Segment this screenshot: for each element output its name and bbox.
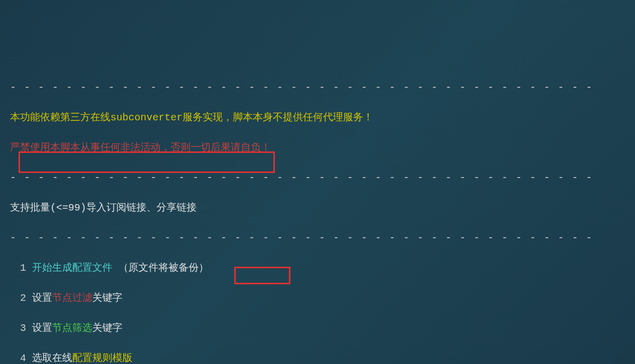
- menu-item-1[interactable]: 1 开始生成配置文件 （原文件将被备份）: [10, 261, 625, 276]
- support-text: 支持批量(<=99)导入订阅链接、分享链接: [10, 201, 625, 216]
- menu-label: 开始生成配置文件: [32, 262, 112, 274]
- menu-label-b: 节点筛选: [52, 322, 92, 334]
- menu-label-b: 节点过滤: [52, 292, 92, 304]
- menu-item-2[interactable]: 2 设置节点过滤关键字: [10, 291, 625, 306]
- menu-label-a: 选取在线: [32, 352, 72, 364]
- menu-label-a: 设置: [32, 322, 52, 334]
- terminal-output: - - - - - - - - - - - - - - - - - - - - …: [10, 65, 625, 364]
- divider: - - - - - - - - - - - - - - - - - - - - …: [10, 231, 625, 246]
- menu-num: 3: [14, 322, 32, 334]
- menu-suffix: （原文件将被备份）: [112, 262, 209, 274]
- menu-num: 1: [14, 262, 32, 274]
- divider: - - - - - - - - - - - - - - - - - - - - …: [10, 170, 625, 186]
- menu-item-4[interactable]: 4 选取在线配置规则模版: [10, 351, 625, 364]
- menu-label-c: 关键字: [92, 292, 122, 304]
- menu-num: 4: [14, 352, 32, 364]
- menu-label-c: 关键字: [92, 322, 122, 334]
- menu-item-3[interactable]: 3 设置节点筛选关键字: [10, 321, 625, 336]
- notice-line-2: 严禁使用本脚本从事任何非法活动，否则一切后果请自负！: [10, 140, 625, 155]
- menu-num: 2: [14, 292, 32, 304]
- divider: - - - - - - - - - - - - - - - - - - - - …: [10, 80, 625, 95]
- menu-label-a: 设置: [32, 292, 52, 304]
- menu-label-b: 配置规则模版: [72, 352, 132, 364]
- notice-line-1: 本功能依赖第三方在线subconverter服务实现，脚本本身不提供任何代理服务…: [10, 110, 625, 125]
